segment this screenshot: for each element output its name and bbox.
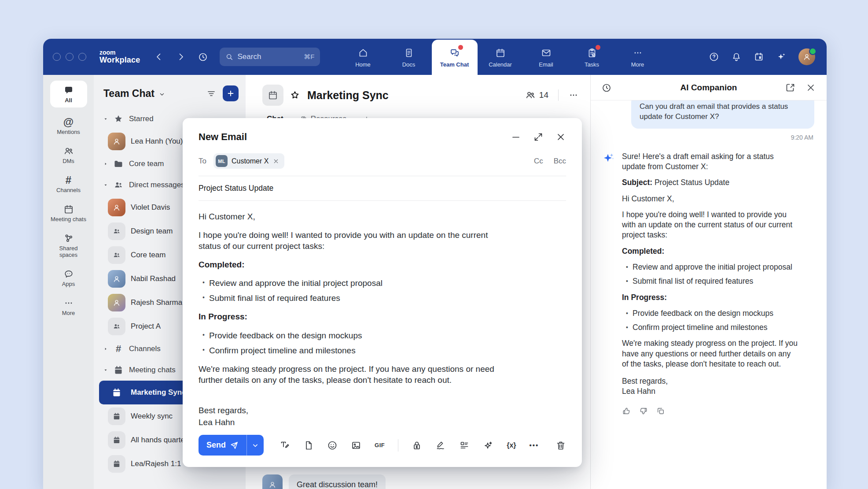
insert-image-button[interactable]: [351, 440, 361, 451]
caret-down-icon: [103, 115, 108, 122]
ai-close-button[interactable]: [805, 82, 816, 93]
ai-completed-list: Review and approve the initial project p…: [622, 262, 798, 287]
compose-new-button[interactable]: [223, 85, 239, 101]
notifications-button[interactable]: [731, 52, 742, 62]
remove-recipient-button[interactable]: [272, 158, 280, 165]
email-greeting: Hi Customer X,: [199, 211, 498, 222]
filter-button[interactable]: [206, 88, 217, 99]
tab-team-chat[interactable]: Team Chat: [432, 40, 478, 75]
message-bubble: Great discussion team!: [289, 474, 386, 489]
rail-item-meeting-chats[interactable]: Meeting chats: [50, 204, 87, 223]
copy-icon: [656, 407, 665, 415]
channel-more-button[interactable]: [568, 90, 579, 100]
send-button[interactable]: Send: [199, 435, 247, 456]
recipient-row[interactable]: To ML Customer X Cc Bcc: [183, 151, 582, 176]
list-item: Confirm project timeline and milestones: [199, 345, 498, 356]
tab-home[interactable]: Home: [340, 40, 386, 75]
cc-button[interactable]: Cc: [534, 157, 543, 166]
forward-button[interactable]: [176, 52, 186, 62]
chevron-right-icon: [176, 52, 186, 62]
ai-popout-button[interactable]: [785, 82, 796, 93]
tab-email[interactable]: Email: [523, 40, 569, 75]
encrypt-button[interactable]: [412, 440, 422, 451]
avatar: [108, 199, 125, 216]
search-shortcut: ⌘F: [304, 53, 314, 61]
person-icon: [112, 137, 121, 146]
bell-icon: [731, 52, 742, 62]
user-prompt-bubble: Can you draft an email that provides a s…: [631, 100, 814, 129]
tab-docs[interactable]: Docs: [386, 40, 432, 75]
app-bubble-icon: [63, 269, 74, 279]
rail-item-dms[interactable]: DMs: [50, 146, 87, 165]
history-button[interactable]: [198, 52, 208, 62]
avatar: [108, 270, 125, 288]
search-input[interactable]: Search ⌘F: [220, 48, 320, 66]
close-icon: [272, 158, 280, 165]
attach-file-button[interactable]: [303, 440, 314, 451]
discard-draft-button[interactable]: [555, 440, 566, 451]
hash-icon: #: [113, 343, 124, 355]
expand-icon: [533, 132, 544, 142]
window-close-button[interactable]: [53, 53, 61, 61]
signature-button[interactable]: [435, 440, 446, 451]
copy-button[interactable]: [656, 407, 665, 415]
toolbar-more-button[interactable]: •••: [530, 441, 539, 449]
window-zoom-button[interactable]: [78, 53, 86, 61]
profile-avatar[interactable]: [798, 48, 815, 65]
window-minimize-button[interactable]: [66, 53, 74, 61]
main-nav-tabs: Home Docs Team Chat Calendar Email: [340, 39, 661, 75]
help-button[interactable]: [709, 52, 719, 62]
filter-icon: [206, 88, 217, 99]
thumbs-up-button[interactable]: [622, 407, 631, 415]
people-icon: [63, 146, 74, 156]
email-completed-label: Completed:: [199, 259, 498, 270]
ai-compose-button[interactable]: [483, 440, 493, 451]
variables-button[interactable]: {x}: [507, 441, 516, 449]
calendar-quick-button[interactable]: [754, 52, 764, 62]
people-filled-icon: [113, 180, 124, 190]
person-icon: [268, 480, 277, 489]
text-format-button[interactable]: [280, 440, 290, 451]
open-in-new-icon: [785, 82, 796, 93]
member-count: 14: [539, 90, 548, 100]
brand-bottom: Workplace: [99, 56, 140, 64]
template-button[interactable]: [459, 440, 470, 451]
rail-item-channels[interactable]: # Channels: [50, 175, 87, 194]
tab-more[interactable]: More: [615, 40, 661, 75]
rail-item-mentions[interactable]: @ Mentions: [50, 117, 87, 136]
expand-button[interactable]: [533, 132, 544, 142]
subject-field[interactable]: Project Status Update: [183, 176, 582, 200]
calendar-icon: [63, 204, 74, 215]
ai-conversation[interactable]: Can you draft an email that provides a s…: [591, 100, 827, 489]
send-options-button[interactable]: [247, 435, 264, 456]
recipient-chip[interactable]: ML Customer X: [213, 153, 284, 169]
emoji-button[interactable]: [327, 440, 338, 451]
gif-button[interactable]: GIF: [375, 442, 385, 448]
tab-calendar[interactable]: Calendar: [478, 40, 523, 75]
minimize-button[interactable]: [511, 132, 521, 142]
tasks-icon: [587, 48, 597, 58]
hash-icon: #: [66, 175, 71, 185]
ai-companion-button[interactable]: [776, 52, 787, 62]
list-item: Submit final list of required features: [622, 276, 798, 286]
back-button[interactable]: [154, 52, 164, 62]
window-controls[interactable]: [53, 53, 86, 61]
tab-tasks[interactable]: Tasks: [569, 40, 615, 75]
close-button[interactable]: [555, 132, 566, 142]
star-channel-button[interactable]: [290, 90, 300, 100]
calendar-date-icon: [754, 52, 764, 62]
sidebar-title: Team Chat: [103, 88, 154, 100]
chevron-down-icon: [251, 441, 260, 450]
members-button[interactable]: 14: [525, 90, 548, 100]
rail-item-all[interactable]: All: [50, 81, 87, 107]
bcc-button[interactable]: Bcc: [554, 157, 566, 166]
avatar[interactable]: [262, 474, 283, 489]
rail-item-more[interactable]: More: [50, 298, 87, 317]
rail-item-apps[interactable]: Apps: [50, 269, 87, 288]
chevron-down-icon[interactable]: [158, 91, 166, 98]
email-body-editor[interactable]: Hi Customer X, I hope you're doing well!…: [183, 201, 582, 435]
history-icon: [198, 52, 208, 62]
thumbs-down-button[interactable]: [639, 407, 648, 415]
rail-item-shared-spaces[interactable]: Shared spaces: [50, 233, 87, 259]
ai-companion-logo-icon: [602, 152, 615, 415]
